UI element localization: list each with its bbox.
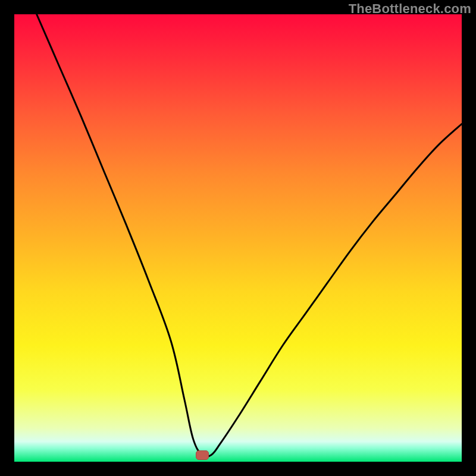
valley-marker bbox=[196, 450, 209, 460]
watermark-text: TheBottleneck.com bbox=[349, 1, 471, 17]
bottleneck-curve-path bbox=[37, 14, 462, 457]
chart-frame: TheBottleneck.com bbox=[0, 0, 476, 476]
curve-svg bbox=[14, 14, 462, 462]
plot-area bbox=[14, 14, 462, 462]
